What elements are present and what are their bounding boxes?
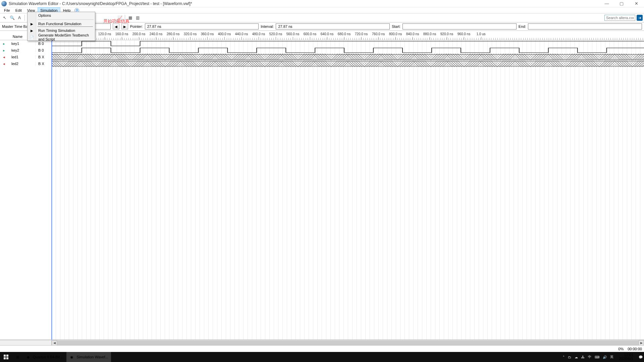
toolbar: ↖ 🔍 A Xᴄ Xo Xʀ 📈 ▦ ▥ ➜ Options ▶ Run Fun… xyxy=(0,13,644,22)
annotation-label: 开始功能仿真 xyxy=(103,18,129,24)
waveform-canvas[interactable] xyxy=(52,40,644,340)
menu-edit[interactable]: Edit xyxy=(13,7,24,13)
signal-name: led1 xyxy=(8,55,35,59)
ruler-tick: 160.0 ns xyxy=(115,32,128,36)
windows-taskbar: ⊞ ◆ Quartus II 64-Bit ... ◉ Simulation W… xyxy=(0,352,644,362)
minimize-button[interactable]: — xyxy=(602,1,611,7)
interval-label: Interval: xyxy=(261,24,274,28)
system-tray: ˄ 🗀 ☁ 🖧 中 ⌨ 🔊 英 12:01 2020/6/1 💬 xyxy=(563,353,644,361)
ruler-tick: 480.0 ns xyxy=(252,32,265,36)
simulation-dropdown: Options ▶ Run Functional Simulation ▶ Ru… xyxy=(27,12,95,41)
task-view-button[interactable]: ⊞ xyxy=(12,352,23,362)
search-go-button[interactable]: ➜ xyxy=(637,15,643,21)
dropdown-options[interactable]: Options xyxy=(28,12,95,19)
tray-keyboard-icon[interactable]: ⌨ xyxy=(595,355,599,359)
menu-file[interactable]: File xyxy=(1,7,13,13)
signal-row[interactable]: ▸key1B 0 xyxy=(0,40,51,47)
tray-clock[interactable]: 12:01 2020/6/1 xyxy=(619,353,633,361)
tray-volume-icon[interactable]: 🔊 xyxy=(603,355,607,359)
signal-row[interactable]: ◂led2B X xyxy=(0,60,51,67)
tool-zoom[interactable]: 🔍 xyxy=(9,14,15,21)
scroll-thumb[interactable] xyxy=(57,341,639,345)
signal-row[interactable]: ▸key2B 0 xyxy=(0,47,51,54)
ruler-tick: 800.0 ns xyxy=(389,32,402,36)
pointer-label: Pointer: xyxy=(130,24,143,28)
h-scrollbar[interactable]: ◀ ▶ xyxy=(0,340,644,345)
dropdown-run-functional[interactable]: ▶ Run Functional Simulation xyxy=(28,20,95,27)
signal-value: B 0 xyxy=(35,48,51,52)
tray-battery-icon[interactable]: 🗀 xyxy=(568,355,571,359)
status-time: 00:00:00 xyxy=(628,347,642,351)
ruler-tick: 760.0 ns xyxy=(372,32,385,36)
taskbar-app-quartus[interactable]: ◆ Quartus II 64-Bit ... xyxy=(23,352,66,362)
ruler-tick: 520.0 ns xyxy=(269,32,282,36)
signal-name: led2 xyxy=(8,62,35,66)
ruler-tick: 1.0 us xyxy=(476,32,485,36)
tray-network-icon[interactable]: 🖧 xyxy=(581,355,585,359)
waveform-row-key1 xyxy=(52,40,644,47)
ruler-tick: 400.0 ns xyxy=(218,32,231,36)
waveform-icon: ◉ xyxy=(69,354,74,360)
time-next-button[interactable]: ▶ xyxy=(121,23,128,29)
svg-rect-1 xyxy=(6,355,8,357)
ruler-tick: 560.0 ns xyxy=(286,32,299,36)
signal-row[interactable]: ◂led1B X xyxy=(0,54,51,60)
ruler-tick: 960.0 ns xyxy=(458,32,470,36)
time-cursor[interactable] xyxy=(52,40,52,340)
close-button[interactable]: ✕ xyxy=(632,1,641,7)
menubar: File Edit View Simulation Help ? xyxy=(0,7,644,13)
ruler-tick: 840.0 ns xyxy=(406,32,419,36)
input-icon: ▸ xyxy=(0,42,8,46)
ruler-tick: 200.0 ns xyxy=(132,32,145,36)
ruler-tick: 600.0 ns xyxy=(304,32,316,36)
tray-onedrive-icon[interactable]: ☁ xyxy=(575,355,578,359)
taskbar-app-waveform[interactable]: ◉ Simulation Wavef... xyxy=(66,352,111,362)
time-prev-button[interactable]: ◀ xyxy=(113,23,119,29)
tray-lang2[interactable]: 英 xyxy=(610,355,613,359)
signal-value: B X xyxy=(35,55,51,59)
signal-name: key2 xyxy=(8,48,35,52)
waveform-row-key2 xyxy=(52,47,644,54)
waveform-row-led2 xyxy=(52,60,644,67)
tray-lang1[interactable]: 中 xyxy=(588,355,591,359)
ruler-tick: 280.0 ns xyxy=(167,32,179,36)
svg-rect-0 xyxy=(4,355,6,357)
search-input[interactable] xyxy=(604,15,635,21)
run-timing-icon: ▶ xyxy=(29,28,35,33)
dropdown-run-timing[interactable]: ▶ Run Timing Simulation xyxy=(28,27,95,34)
ruler-tick: 920.0 ns xyxy=(440,32,453,36)
scroll-left-button[interactable]: ◀ xyxy=(52,340,57,346)
interval-input[interactable] xyxy=(276,23,390,29)
ruler-tick: 120.0 ns xyxy=(98,32,111,36)
end-label: End: xyxy=(519,24,526,28)
maximize-button[interactable]: ▢ xyxy=(617,1,626,7)
waveform-row-led1 xyxy=(52,54,644,60)
tray-notification-icon[interactable]: 💬 xyxy=(639,355,643,359)
ruler-tick: 320.0 ns xyxy=(184,32,197,36)
end-input[interactable] xyxy=(528,23,642,29)
tool-ungroup[interactable]: ▥ xyxy=(134,14,141,21)
ruler-tick: 640.0 ns xyxy=(321,32,333,36)
ruler-tick: 720.0 ns xyxy=(355,32,368,36)
ruler-tick: 440.0 ns xyxy=(235,32,248,36)
tray-up-icon[interactable]: ˄ xyxy=(563,355,565,359)
tool-pointer[interactable]: ↖ xyxy=(1,14,8,21)
window-title: Simulation Waveform Editor - C:/Users/sn… xyxy=(9,1,602,6)
svg-rect-3 xyxy=(6,357,8,359)
signal-value: B X xyxy=(35,62,51,66)
pointer-input[interactable] xyxy=(145,23,259,29)
dropdown-generate-testbench[interactable]: 📄 Generate ModelSim Testbench and Script xyxy=(28,34,95,41)
tool-a[interactable]: A xyxy=(16,14,23,21)
status-percent: 0% xyxy=(618,347,624,351)
svg-rect-2 xyxy=(4,357,6,359)
scroll-right-button[interactable]: ▶ xyxy=(639,340,644,346)
output-icon: ◂ xyxy=(0,55,8,59)
time-ruler[interactable]: 0 ps 120.0 ns160.0 ns200.0 ns240.0 ns280… xyxy=(52,31,644,40)
master-time-label: Master Time Bar: xyxy=(2,24,30,28)
start-button[interactable] xyxy=(0,352,12,362)
signal-list-pane: Name 0 ps ▸key1B 0▸key2B 0◂led1B X◂led2B… xyxy=(0,31,52,340)
quartus-icon: ◆ xyxy=(25,354,31,360)
signal-value: B 0 xyxy=(35,42,51,46)
ruler-tick: 680.0 ns xyxy=(338,32,351,36)
start-input[interactable] xyxy=(402,23,517,29)
